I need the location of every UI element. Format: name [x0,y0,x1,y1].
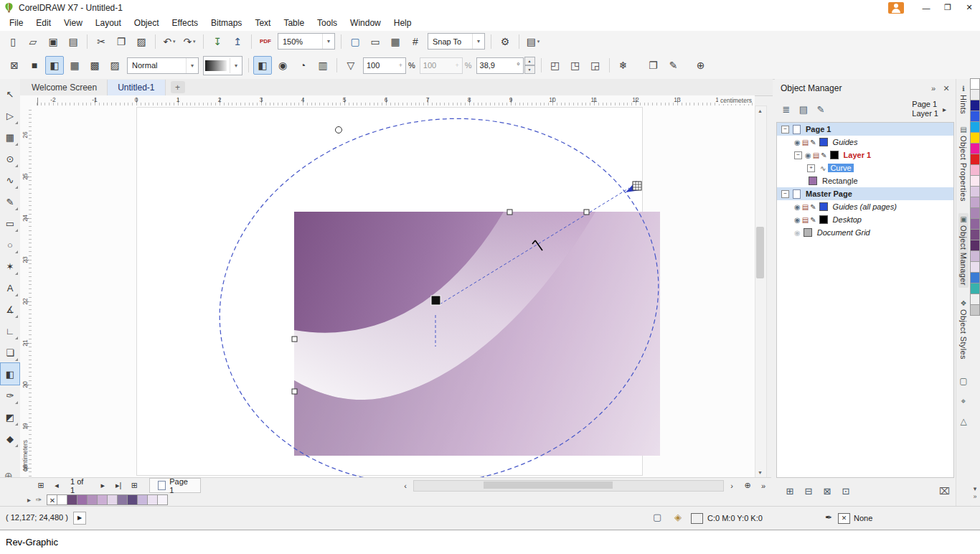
palette-swatch[interactable] [970,229,980,240]
copy-button[interactable]: ❐ [112,32,131,51]
palette-swatch[interactable] [970,240,980,251]
fountain-transparency-button[interactable]: ◧ [45,56,64,75]
printable-icon[interactable]: ▤ [802,138,809,146]
editable-icon[interactable]: ✎ [821,151,826,159]
rectangle-tool[interactable]: ▭ [1,212,19,234]
menu-layout[interactable]: Layout [89,18,128,28]
show-guidelines-button[interactable]: # [406,32,425,51]
scrollbar-thumb[interactable] [756,227,764,278]
palette-flyout-button[interactable]: ▸ [27,496,31,504]
palette-swatch[interactable] [970,175,980,187]
horizontal-ruler[interactable]: -2-101234567891011121314 centimeters [32,95,755,106]
layer-row[interactable]: −◉▤✎Layer 1 [777,149,953,161]
spin-up-button[interactable]: ▲ [524,57,535,65]
docker-flyout-button[interactable]: ▸ [943,105,953,113]
show-object-properties-button[interactable]: ▤ [795,100,812,118]
scrollbar-thumb[interactable] [484,482,613,489]
export-button[interactable]: ↥ [228,32,247,51]
document-color-swatch[interactable] [87,494,98,505]
scroll-left-button[interactable]: ‹ [398,479,413,493]
palette-swatch[interactable] [970,218,980,230]
palette-swatch[interactable] [970,78,980,90]
document-color-swatch[interactable] [77,494,88,505]
elliptical-fountain-button[interactable]: ◉ [273,56,292,75]
conical-fountain-button[interactable]: ◔ [293,56,312,75]
transparency-target-all-button[interactable]: ◲ [586,56,605,75]
scroll-down-icon[interactable]: ▼ [755,468,765,478]
go-to-page-button[interactable]: ▸| [111,479,126,493]
copy-transparency-button[interactable]: ❐ [644,56,663,75]
palette-swatch[interactable] [970,207,980,219]
linear-fountain-button[interactable]: ◧ [253,56,272,75]
visibility-icon[interactable]: ◉ [794,216,801,224]
new-master-layer-all-button[interactable]: ⊟ [799,482,818,499]
palette-swatch[interactable] [970,154,980,165]
fullscreen-preview-button[interactable]: ▢ [346,32,364,51]
artistic-media-tool[interactable]: ✎ [1,191,19,212]
no-transparency-button[interactable]: ⊠ [5,56,24,75]
palette-swatch[interactable] [970,272,980,283]
delete-button[interactable]: ⌧ [939,486,950,497]
palette-swatch[interactable] [970,283,980,294]
texture-transparency-button[interactable]: ▨ [105,56,124,75]
object-manager-tab[interactable]: ▣Object Manager [958,213,969,288]
editable-icon[interactable]: ✎ [810,138,816,146]
snap-to-dropdown[interactable]: Snap To▾ [428,33,485,50]
freehand-tool[interactable]: ∿ [1,169,19,191]
outline-pen-icon[interactable]: ✒ [825,512,832,522]
visibility-icon[interactable]: ◉ [794,138,801,146]
palette-swatch[interactable] [970,294,980,305]
menu-edit[interactable]: Edit [29,18,57,28]
menu-bitmaps[interactable]: Bitmaps [204,18,248,28]
ellipse-tool[interactable]: ○ [1,234,19,255]
transparency-picker[interactable]: ▾ [203,56,242,75]
bitmap-pattern-transparency-button[interactable]: ▩ [85,56,104,75]
tab-untitled-1[interactable]: Untitled-1 [108,80,165,95]
menu-window[interactable]: Window [344,18,387,28]
edit-across-layers-button[interactable]: ✎ [812,100,829,118]
visibility-icon[interactable]: ◉ [805,151,811,159]
color-eyedropper-tool[interactable]: ✑ [1,385,19,406]
layer-row[interactable]: −Page 1 [777,123,953,136]
palette-swatch[interactable] [970,132,980,144]
horizontal-scrollbar[interactable] [413,480,724,492]
edit-transparency-button[interactable]: ✎ [664,56,683,75]
menu-text[interactable]: Text [248,18,277,28]
no-color-swatch[interactable]: ✕ [47,494,57,505]
printable-icon[interactable]: ▤ [802,216,809,224]
fill-color-swatch[interactable] [691,513,703,524]
document-color-swatch[interactable] [97,494,108,505]
menu-effects[interactable]: Effects [166,18,204,28]
ruler-origin[interactable] [20,95,32,106]
visibility-icon[interactable]: ◉ [794,229,801,237]
collapse-icon[interactable]: − [794,151,802,159]
add-page-after-button[interactable]: ⊞ [127,479,141,493]
palette-scroll-icon[interactable]: ▾ [970,485,980,493]
palette-eyedropper-icon[interactable]: ✑ [36,496,42,504]
menu-file[interactable]: File [3,18,29,28]
palette-swatch[interactable] [970,100,980,111]
new-master-layer-even-button[interactable]: ⊡ [837,482,855,499]
transparency-tool[interactable]: ◧ [1,363,19,385]
crop-tool[interactable]: ▦ [1,126,19,148]
palette-swatch[interactable] [970,164,980,176]
options-button[interactable]: ⚙ [496,32,514,51]
uniform-transparency-button[interactable]: ■ [25,56,44,75]
menu-tools[interactable]: Tools [311,18,344,28]
transparency-target-outline-button[interactable]: ◳ [566,56,585,75]
print-button[interactable]: ▤ [64,32,83,51]
tab-welcome-screen[interactable]: Welcome Screen [22,80,108,95]
outline-color-swatch[interactable]: ✕ [838,513,850,524]
interactive-fill-tool[interactable]: ◩ [1,406,19,428]
new-document-button[interactable]: ▯ [4,32,22,51]
document-color-swatch[interactable] [67,494,77,505]
palette-swatch[interactable] [970,111,980,122]
navigator-button[interactable]: ⊕ [740,479,755,493]
object-styles-tab[interactable]: ❖Object Styles [959,299,968,360]
page-tab[interactable]: Page 1 [149,478,200,493]
menu-view[interactable]: View [57,18,89,28]
document-color-swatch[interactable] [107,494,118,505]
palette-swatch[interactable] [970,250,980,262]
text-tool[interactable]: A [1,277,19,299]
application-launcher-button[interactable]: ▤▾ [524,32,542,51]
